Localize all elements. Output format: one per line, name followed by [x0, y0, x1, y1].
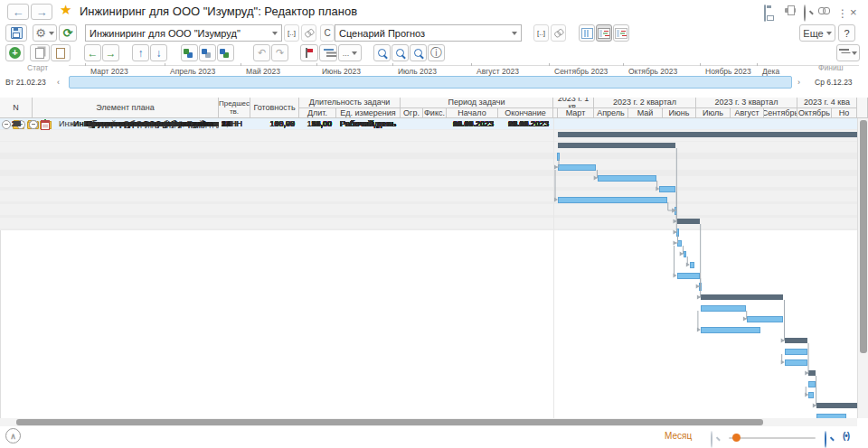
gantt-quarter-header[interactable]: 2023 г. 2 квартал [594, 98, 696, 108]
gantt-milestone-tick[interactable] [675, 207, 677, 215]
outdent-button[interactable]: ← [84, 44, 101, 61]
plan-choose-button[interactable]: [..] [284, 24, 299, 42]
save-document-icon[interactable] [764, 5, 766, 22]
mini-month-label: Июнь 2023 [322, 67, 361, 76]
chevron-down-icon [49, 32, 54, 35]
gantt-summary-bar[interactable] [701, 294, 784, 300]
plan-select[interactable]: Инжиниринг для ООО "Изумруд" [85, 24, 282, 42]
info-button[interactable]: ⓘ [428, 44, 445, 61]
gantt-summary-bar[interactable] [677, 219, 700, 224]
timeline-range-slider[interactable] [69, 76, 792, 89]
move-down-button[interactable]: ↓ [150, 44, 167, 61]
preview-icon[interactable] [804, 5, 806, 22]
help-button[interactable]: ? [838, 24, 855, 42]
settings-button[interactable]: ⚙ [33, 24, 57, 42]
refresh-button[interactable]: ⟳ [59, 24, 77, 42]
indent-button[interactable]: → [102, 44, 119, 61]
gantt-task-bar[interactable] [785, 359, 807, 366]
gantt-quarter-header[interactable]: 2023 г. 4 ква [797, 98, 857, 108]
add-button[interactable]: + [5, 44, 24, 61]
vertical-scrollbar-thumb[interactable] [860, 120, 867, 353]
zoom-slider-knob[interactable] [732, 434, 741, 442]
paste-button[interactable] [51, 44, 71, 61]
close-icon[interactable]: × [850, 4, 857, 20]
find-prev-button[interactable] [410, 44, 427, 61]
gantt-milestone-tick[interactable] [699, 283, 702, 291]
gantt-month-header[interactable]: Но [832, 108, 857, 118]
gantt-task-bar[interactable] [808, 392, 814, 398]
gantt-task-bar[interactable] [785, 349, 807, 355]
gantt-task-bar[interactable] [701, 327, 761, 333]
zoom-slider-track[interactable] [729, 437, 816, 439]
plan-open-button[interactable] [301, 24, 316, 42]
zoom-out-icon[interactable] [711, 432, 712, 448]
link-icon [553, 28, 564, 38]
gantt-quarter-header[interactable]: 2023 г. 1 кв. [553, 98, 594, 108]
gantt-milestone-tick[interactable] [557, 153, 560, 161]
move-up-button[interactable]: ↑ [132, 44, 149, 61]
gantt-task-bar[interactable] [558, 164, 596, 171]
gantt-task-bar[interactable] [677, 240, 683, 247]
undo-button[interactable]: ↶ [253, 44, 270, 61]
scale-label[interactable]: Месяц [665, 431, 692, 441]
copy-button[interactable] [30, 44, 50, 61]
search-button[interactable] [373, 44, 391, 61]
gantt-task-bar[interactable] [598, 175, 656, 182]
gantt-task-bar[interactable] [677, 273, 700, 279]
back-button[interactable]: ← [7, 4, 29, 20]
forward-button[interactable]: → [31, 4, 52, 20]
scroll-left-icon[interactable]: ‹ [57, 78, 60, 87]
gantt-task-bar[interactable] [684, 251, 687, 257]
gantt-summary-bar[interactable] [816, 403, 857, 408]
gantt-month-header[interactable]: Май [628, 108, 663, 118]
create-link-button[interactable] [181, 44, 198, 61]
gantt-task-bar[interactable] [558, 197, 667, 203]
more-button[interactable]: Еще [799, 24, 835, 42]
gantt-summary-bar[interactable] [558, 132, 857, 137]
gantt-task-bar[interactable] [747, 316, 784, 322]
gantt-task-bar[interactable] [690, 262, 694, 268]
find-next-button[interactable] [392, 44, 409, 61]
gantt-summary-bar[interactable] [558, 143, 675, 148]
save-button[interactable] [5, 24, 27, 42]
chevron-down-icon[interactable] [512, 32, 517, 35]
view-table-button[interactable] [579, 24, 595, 42]
redo-button[interactable]: ↷ [271, 44, 288, 61]
gantt-month-header[interactable]: Март [558, 108, 594, 118]
gantt-month-header[interactable]: Октябрь [797, 108, 832, 118]
gantt-task-bar[interactable] [701, 305, 746, 312]
list-settings-button[interactable] [836, 44, 860, 61]
gantt-summary-bar[interactable] [808, 370, 815, 376]
gantt-month-header[interactable]: Сентябрь [764, 108, 797, 118]
more-commands-button[interactable]: ... [338, 44, 362, 61]
gantt-milestone-tick[interactable] [676, 229, 679, 237]
zoom-in-icon[interactable] [825, 432, 826, 448]
lock-link-button[interactable] [199, 44, 216, 61]
gantt-summary-bar[interactable] [785, 338, 807, 343]
horizontal-scrollbar[interactable] [0, 418, 857, 426]
gantt-task-bar[interactable] [659, 186, 675, 192]
gantt-task-bar[interactable] [808, 381, 815, 387]
gantt-month-header[interactable]: Июль [696, 108, 731, 118]
fit-to-window-icon[interactable]: (•) [843, 431, 849, 441]
gantt-month-header[interactable]: Август [731, 108, 764, 118]
favorite-star-icon[interactable]: ★ [60, 2, 71, 18]
milestone-button[interactable] [300, 44, 318, 61]
chevron-down-icon[interactable] [272, 32, 278, 35]
menu-kebab-icon[interactable]: ⋮ [837, 5, 848, 21]
gantt-month-header[interactable]: Июнь [663, 108, 696, 118]
collapse-panel-button[interactable]: ∧ [5, 428, 21, 443]
outline-button[interactable] [319, 44, 337, 61]
scenario-choose-button[interactable]: [..] [533, 24, 549, 42]
add-link-button[interactable] [217, 44, 234, 61]
vertical-scrollbar[interactable] [857, 118, 868, 418]
gantt-quarter-header[interactable]: 2023 г. 3 квартал [696, 98, 797, 108]
end-date-cell: 14.11.2023 [498, 118, 553, 129]
view-gantt-button[interactable] [613, 24, 629, 42]
scenario-open-button[interactable] [551, 24, 566, 42]
scroll-right-icon[interactable]: › [797, 78, 800, 87]
scenario-select[interactable]: Сценарий Прогноз [335, 24, 522, 42]
gantt-month-header[interactable]: Апрель [594, 108, 628, 118]
view-mixed-button[interactable] [596, 24, 612, 42]
horizontal-scrollbar-thumb[interactable] [16, 419, 763, 425]
